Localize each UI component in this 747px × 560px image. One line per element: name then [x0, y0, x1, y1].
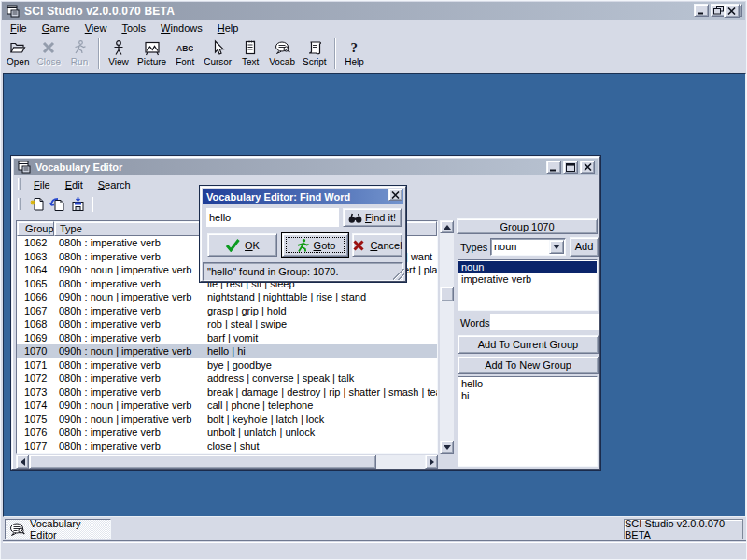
vocab-bubble-icon	[9, 522, 25, 537]
table-row[interactable]: 1069 080h : imperative verb barf | vomit	[17, 331, 437, 345]
table-row[interactable]: 1068 080h : imperative verb rob | steal …	[17, 317, 437, 331]
find-word-dialog-title: Vocabulary Editor: Find Word	[206, 191, 350, 203]
svg-text:?: ?	[350, 40, 358, 55]
find-it-button[interactable]: Find it!	[343, 208, 402, 227]
table-row[interactable]: 1071 080h : imperative verb bye | goodby…	[17, 358, 437, 372]
menu-item[interactable]: Edit	[58, 177, 91, 192]
add-type-button[interactable]: Add	[570, 237, 599, 257]
find-word-dialog-titlebar[interactable]: Vocabulary Editor: Find Word	[203, 189, 403, 204]
scroll-up-button[interactable]	[440, 220, 454, 233]
main-titlebar[interactable]: SCI Studio v2.0.0.070 BETA	[2, 2, 745, 20]
font-abc-icon: ABC	[176, 39, 193, 56]
new-page-icon[interactable]	[30, 196, 46, 212]
vocabulary-editor-titlebar[interactable]: Vocabulary Editor	[14, 159, 598, 175]
horizontal-scroll-thumb[interactable]	[29, 455, 376, 469]
toolbar-separator	[92, 197, 93, 212]
binoculars-icon	[348, 212, 362, 224]
save-doc-icon[interactable]	[69, 196, 85, 212]
menu-item[interactable]: Game	[35, 21, 78, 35]
menubar-grip[interactable]	[18, 178, 21, 190]
toolbar-button[interactable]: Vocab	[265, 37, 299, 71]
table-row[interactable]: 1074 090h : noun | imperative verb call …	[17, 399, 437, 413]
table-row[interactable]: 1072 080h : imperative verb address | co…	[17, 371, 437, 385]
open-doc-icon[interactable]	[49, 196, 65, 212]
type-list-item[interactable]: noun	[458, 261, 597, 273]
table-row[interactable]: 1073 080h : imperative verb break | dama…	[17, 385, 437, 399]
arrow-right-icon	[430, 458, 434, 466]
menu-item[interactable]: Windows	[153, 21, 210, 35]
toolbar-button[interactable]: ? Help	[340, 37, 370, 71]
main-window-title: SCI Studio v2.0.0.070 BETA	[24, 5, 175, 18]
toolbar-button[interactable]: Close	[33, 37, 64, 71]
toolbar-button[interactable]: Cursor	[200, 37, 235, 71]
taskbar-vocabulary-editor-button[interactable]: Vocabulary Editor	[5, 519, 111, 539]
menu-item[interactable]: View	[78, 21, 115, 35]
mdi-client-area: Vocabulary Editor FileEditSearch	[3, 73, 746, 517]
types-dropdown[interactable]: noun	[490, 238, 566, 256]
chevron-down-icon	[553, 245, 560, 249]
toolbar-button[interactable]: Script	[299, 37, 331, 71]
toolbar-button[interactable]: View	[104, 37, 134, 71]
add-to-new-group-button[interactable]: Add To New Group	[458, 357, 599, 374]
table-row[interactable]: 1070 090h : noun | imperative verb hello…	[17, 344, 437, 358]
table-row[interactable]: 1077 080h : imperative verb close | shut	[17, 440, 437, 454]
close-x-icon	[40, 39, 57, 56]
goto-button[interactable]: Goto	[282, 233, 348, 257]
type-list-item[interactable]: imperative verb	[458, 273, 597, 286]
types-label: Types	[460, 242, 487, 253]
resize-grip[interactable]	[393, 269, 404, 280]
help-question-icon: ?	[346, 39, 363, 56]
column-header-type[interactable]: Type	[54, 221, 204, 236]
find-word-input[interactable]	[206, 208, 339, 227]
dropdown-button[interactable]	[549, 240, 564, 254]
menu-item[interactable]: File	[26, 177, 58, 192]
menu-item[interactable]: Tools	[114, 21, 153, 35]
table-row[interactable]: 1076 080h : imperative verb unbolt | unl…	[17, 426, 437, 440]
toolbar-grip[interactable]	[18, 198, 21, 210]
toolbar-button[interactable]: Open	[3, 37, 33, 71]
sci-studio-icon	[16, 160, 32, 175]
vocabulary-editor-title: Vocabulary Editor	[35, 161, 122, 173]
group-panel: Group 1070 Types noun Add nounimperative…	[456, 217, 599, 469]
dialog-status-bar: "hello" found in Group: 1070.	[203, 262, 403, 281]
main-toolbar: Open Close Run View Picture A	[1, 36, 747, 73]
scroll-down-button[interactable]	[440, 441, 454, 454]
table-row[interactable]: 1067 080h : imperative verb grasp | grip…	[17, 304, 437, 318]
ok-button[interactable]: OK	[207, 233, 277, 257]
menu-item[interactable]: Help	[210, 21, 247, 35]
column-header-group[interactable]: Group	[17, 221, 54, 236]
words-input[interactable]	[490, 314, 599, 330]
add-to-current-group-button[interactable]: Add To Current Group	[458, 335, 599, 354]
view-ego-icon	[110, 39, 127, 56]
dialog-close-button[interactable]	[388, 189, 402, 201]
vertical-scroll-thumb[interactable]	[440, 287, 454, 301]
status-bar	[3, 542, 746, 560]
word-list-item[interactable]: hello	[458, 378, 597, 390]
sci-studio-app: SCI Studio v2.0.0.070 BETA FileGameViewT…	[0, 0, 747, 560]
menu-item[interactable]: Search	[91, 177, 138, 192]
type-list: nounimperative verb	[458, 259, 598, 311]
toolbar-close-button[interactable]	[724, 4, 740, 18]
child-minimize-button[interactable]	[546, 161, 561, 174]
vertical-scrollbar[interactable]	[440, 220, 454, 454]
toolbar-separator	[334, 38, 336, 69]
table-row[interactable]: 1066 090h : noun | imperative verb night…	[17, 290, 437, 304]
cancel-button[interactable]: Cancel	[352, 233, 402, 257]
child-close-button[interactable]	[580, 161, 595, 174]
menu-item[interactable]: File	[3, 21, 35, 35]
toolbar-button[interactable]: Picture	[134, 37, 170, 71]
scroll-left-button[interactable]	[16, 455, 29, 469]
toolbar-button[interactable]: ABC Font	[170, 37, 200, 71]
table-row[interactable]: 1075 090h : noun | imperative verb bolt …	[17, 413, 437, 427]
arrow-down-icon	[444, 445, 451, 450]
open-folder-icon	[9, 39, 26, 56]
toolbar-button[interactable]: Run	[64, 37, 94, 71]
scroll-right-button[interactable]	[425, 455, 438, 469]
arrow-up-icon	[444, 225, 451, 230]
toolbar-button[interactable]: Text	[235, 37, 265, 71]
child-maximize-button[interactable]	[563, 161, 578, 174]
minimize-button[interactable]	[694, 4, 709, 17]
text-pad-icon	[242, 39, 259, 56]
horizontal-scrollbar[interactable]	[16, 455, 438, 469]
word-list-item[interactable]: hi	[458, 390, 597, 402]
